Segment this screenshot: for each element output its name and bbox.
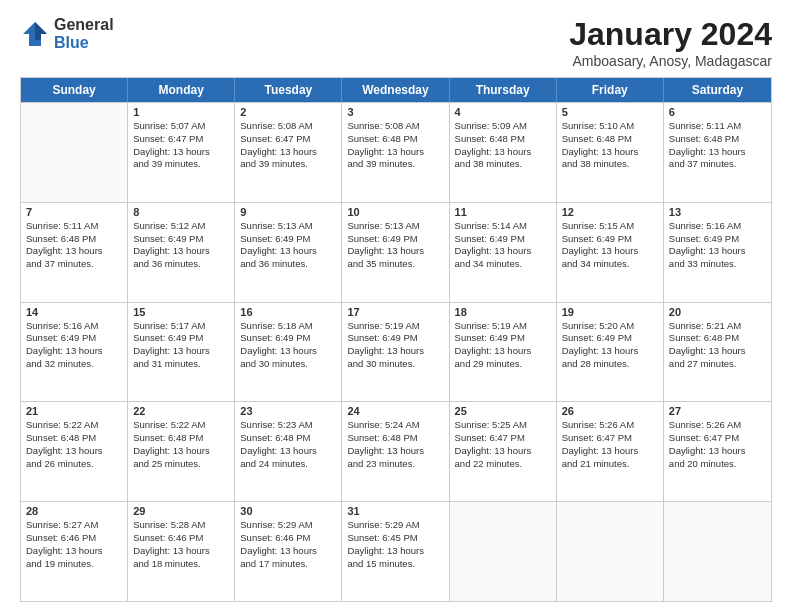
weekday-header: Wednesday <box>342 78 449 102</box>
day-number: 26 <box>562 405 658 417</box>
cell-info-line: Daylight: 13 hours <box>133 146 229 159</box>
cell-info-line: and 32 minutes. <box>26 358 122 371</box>
calendar-cell: 9Sunrise: 5:13 AMSunset: 6:49 PMDaylight… <box>235 203 342 302</box>
calendar-cell: 16Sunrise: 5:18 AMSunset: 6:49 PMDayligh… <box>235 303 342 402</box>
cell-info-line: Daylight: 13 hours <box>26 445 122 458</box>
cell-info-line: Daylight: 13 hours <box>240 345 336 358</box>
weekday-header: Saturday <box>664 78 771 102</box>
calendar-cell: 13Sunrise: 5:16 AMSunset: 6:49 PMDayligh… <box>664 203 771 302</box>
weekday-header: Tuesday <box>235 78 342 102</box>
cell-info-line: Sunset: 6:48 PM <box>347 133 443 146</box>
cell-info-line: Daylight: 13 hours <box>133 345 229 358</box>
cell-info-line: Sunrise: 5:23 AM <box>240 419 336 432</box>
day-number: 10 <box>347 206 443 218</box>
calendar-cell: 26Sunrise: 5:26 AMSunset: 6:47 PMDayligh… <box>557 402 664 501</box>
cell-info-line: Sunrise: 5:11 AM <box>26 220 122 233</box>
day-number: 3 <box>347 106 443 118</box>
cell-info-line: Sunset: 6:49 PM <box>26 332 122 345</box>
cell-info-line: and 38 minutes. <box>562 158 658 171</box>
weekday-header: Monday <box>128 78 235 102</box>
day-number: 17 <box>347 306 443 318</box>
cell-info-line: Sunrise: 5:25 AM <box>455 419 551 432</box>
svg-marker-1 <box>35 22 47 40</box>
day-number: 13 <box>669 206 766 218</box>
cell-info-line: Daylight: 13 hours <box>562 445 658 458</box>
day-number: 21 <box>26 405 122 417</box>
cell-info-line: Sunrise: 5:27 AM <box>26 519 122 532</box>
cell-info-line: Sunset: 6:49 PM <box>240 332 336 345</box>
calendar-row: 21Sunrise: 5:22 AMSunset: 6:48 PMDayligh… <box>21 401 771 501</box>
cell-info-line: Daylight: 13 hours <box>133 545 229 558</box>
cell-info-line: Sunrise: 5:12 AM <box>133 220 229 233</box>
day-number: 20 <box>669 306 766 318</box>
day-number: 24 <box>347 405 443 417</box>
cell-info-line: Sunset: 6:49 PM <box>562 233 658 246</box>
cell-info-line: and 28 minutes. <box>562 358 658 371</box>
cell-info-line: Daylight: 13 hours <box>455 146 551 159</box>
cell-info-line: Daylight: 13 hours <box>347 545 443 558</box>
cell-info-line: Daylight: 13 hours <box>455 445 551 458</box>
calendar-cell <box>450 502 557 601</box>
cell-info-line: and 18 minutes. <box>133 558 229 571</box>
cell-info-line: Daylight: 13 hours <box>133 445 229 458</box>
cell-info-line: Sunset: 6:49 PM <box>240 233 336 246</box>
calendar-cell: 4Sunrise: 5:09 AMSunset: 6:48 PMDaylight… <box>450 103 557 202</box>
calendar-cell: 23Sunrise: 5:23 AMSunset: 6:48 PMDayligh… <box>235 402 342 501</box>
weekday-header: Sunday <box>21 78 128 102</box>
cell-info-line: and 21 minutes. <box>562 458 658 471</box>
cell-info-line: Sunset: 6:48 PM <box>347 432 443 445</box>
calendar-cell: 6Sunrise: 5:11 AMSunset: 6:48 PMDaylight… <box>664 103 771 202</box>
cell-info-line: Sunrise: 5:07 AM <box>133 120 229 133</box>
title-block: January 2024 Amboasary, Anosy, Madagasca… <box>569 16 772 69</box>
cell-info-line: Daylight: 13 hours <box>669 146 766 159</box>
cell-info-line: and 39 minutes. <box>240 158 336 171</box>
calendar-cell: 5Sunrise: 5:10 AMSunset: 6:48 PMDaylight… <box>557 103 664 202</box>
cell-info-line: and 35 minutes. <box>347 258 443 271</box>
calendar-cell: 19Sunrise: 5:20 AMSunset: 6:49 PMDayligh… <box>557 303 664 402</box>
calendar-body: 1Sunrise: 5:07 AMSunset: 6:47 PMDaylight… <box>21 102 771 601</box>
calendar-row: 28Sunrise: 5:27 AMSunset: 6:46 PMDayligh… <box>21 501 771 601</box>
cell-info-line: Sunrise: 5:19 AM <box>347 320 443 333</box>
cell-info-line: Sunrise: 5:26 AM <box>669 419 766 432</box>
cell-info-line: Daylight: 13 hours <box>347 445 443 458</box>
cell-info-line: Daylight: 13 hours <box>562 245 658 258</box>
location-subtitle: Amboasary, Anosy, Madagascar <box>569 53 772 69</box>
cell-info-line: Sunset: 6:49 PM <box>562 332 658 345</box>
cell-info-line: Sunset: 6:45 PM <box>347 532 443 545</box>
logo-text: General Blue <box>54 16 114 51</box>
cell-info-line: Daylight: 13 hours <box>240 146 336 159</box>
day-number: 12 <box>562 206 658 218</box>
day-number: 18 <box>455 306 551 318</box>
cell-info-line: Sunset: 6:49 PM <box>133 233 229 246</box>
cell-info-line: and 24 minutes. <box>240 458 336 471</box>
cell-info-line: Sunrise: 5:17 AM <box>133 320 229 333</box>
cell-info-line: and 37 minutes. <box>669 158 766 171</box>
cell-info-line: Sunrise: 5:22 AM <box>133 419 229 432</box>
cell-info-line: Daylight: 13 hours <box>26 345 122 358</box>
calendar-cell: 20Sunrise: 5:21 AMSunset: 6:48 PMDayligh… <box>664 303 771 402</box>
day-number: 6 <box>669 106 766 118</box>
cell-info-line: Daylight: 13 hours <box>240 545 336 558</box>
cell-info-line: Sunrise: 5:16 AM <box>669 220 766 233</box>
day-number: 16 <box>240 306 336 318</box>
cell-info-line: Sunset: 6:48 PM <box>26 233 122 246</box>
cell-info-line: and 15 minutes. <box>347 558 443 571</box>
cell-info-line: and 23 minutes. <box>347 458 443 471</box>
cell-info-line: Sunset: 6:48 PM <box>240 432 336 445</box>
day-number: 14 <box>26 306 122 318</box>
cell-info-line: Daylight: 13 hours <box>26 545 122 558</box>
calendar-cell: 22Sunrise: 5:22 AMSunset: 6:48 PMDayligh… <box>128 402 235 501</box>
cell-info-line: and 30 minutes. <box>347 358 443 371</box>
cell-info-line: Sunrise: 5:19 AM <box>455 320 551 333</box>
cell-info-line: Sunset: 6:48 PM <box>133 432 229 445</box>
cell-info-line: Sunrise: 5:24 AM <box>347 419 443 432</box>
cell-info-line: and 30 minutes. <box>240 358 336 371</box>
logo: General Blue <box>20 16 114 51</box>
day-number: 5 <box>562 106 658 118</box>
calendar-cell <box>557 502 664 601</box>
cell-info-line: and 39 minutes. <box>347 158 443 171</box>
cell-info-line: Daylight: 13 hours <box>240 445 336 458</box>
cell-info-line: Sunrise: 5:18 AM <box>240 320 336 333</box>
cell-info-line: Sunset: 6:49 PM <box>669 233 766 246</box>
cell-info-line: and 33 minutes. <box>669 258 766 271</box>
